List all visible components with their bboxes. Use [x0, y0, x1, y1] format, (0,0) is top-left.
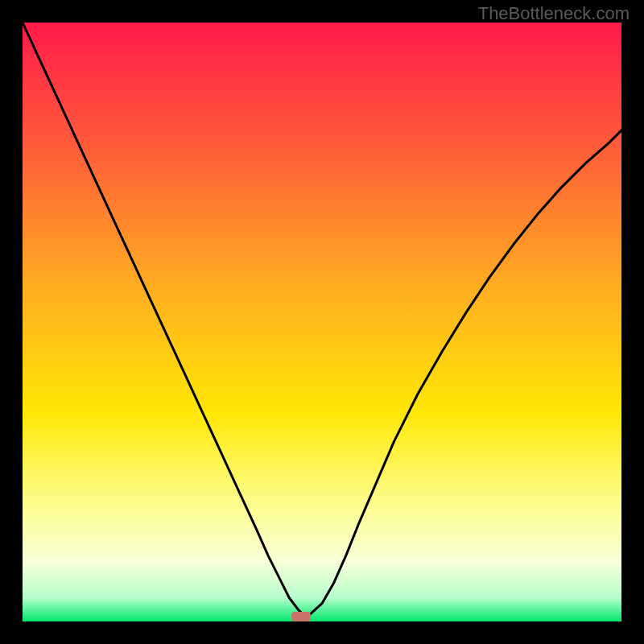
gradient-background — [23, 23, 621, 621]
plot-area — [23, 23, 621, 621]
optimal-point-marker — [291, 612, 311, 621]
chart-svg — [23, 23, 621, 621]
watermark-text: TheBottleneck.com — [478, 3, 630, 24]
